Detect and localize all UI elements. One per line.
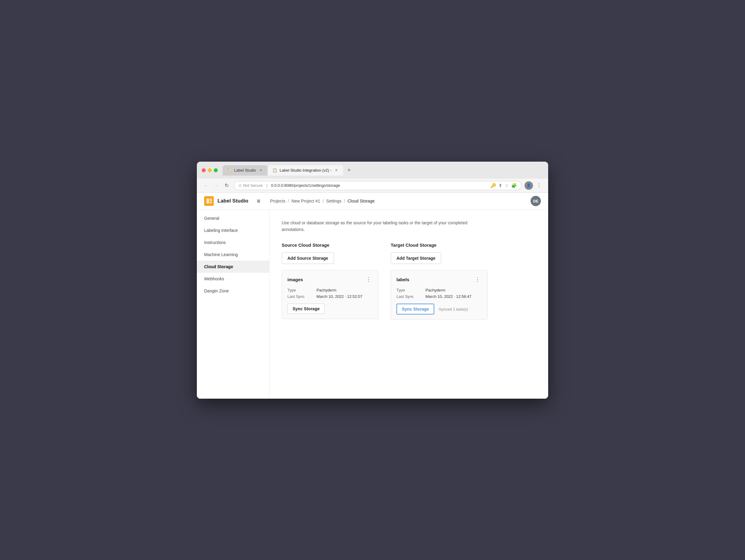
user-avatar-button[interactable]: DE (530, 196, 541, 206)
target-type-label: Type (396, 288, 421, 292)
browser-window: 🏷️ Label Studio ✕ 📋 Label Studio Integra… (197, 162, 548, 399)
key-icon: 🔑 (490, 183, 496, 188)
app-content: Label Studio ≡ Projects / New Project #1… (197, 193, 548, 399)
hamburger-menu-button[interactable]: ≡ (257, 198, 260, 205)
target-sync-area: Sync Storage Synced 1 task(s) (396, 304, 482, 315)
browser-tab-1[interactable]: 🏷️ Label Studio ✕ (223, 165, 267, 175)
avatar-button[interactable]: 👤 (524, 181, 533, 190)
source-storage-section: Source Cloud Storage Add Source Storage … (282, 242, 379, 320)
target-section-title: Target Cloud Storage (391, 242, 488, 248)
synced-status-text: Synced 1 task(s) (439, 307, 468, 311)
target-storage-card: labels ⋮ Type Pachyderm Last Sy (391, 270, 488, 320)
source-sync-button[interactable]: Sync Storage (287, 304, 325, 314)
not-secure-label: ⚠ Not Secure (238, 183, 263, 188)
sidebar: General Labeling Interface Instructions … (197, 210, 269, 399)
source-last-sync-value: March 10, 2022 · 12:52:07 (317, 294, 362, 299)
app-top-bar: Label Studio ≡ Projects / New Project #1… (197, 193, 548, 210)
close-window-button[interactable] (202, 168, 206, 172)
minimize-window-button[interactable] (208, 168, 212, 172)
tab1-label: Label Studio (234, 168, 256, 172)
traffic-lights (202, 168, 218, 172)
breadcrumb-projects[interactable]: Projects (270, 199, 286, 203)
target-sync-button[interactable]: Sync Storage (396, 304, 434, 315)
sidebar-item-danger-zone[interactable]: Danger Zone (197, 285, 269, 297)
sidebar-item-webhooks[interactable]: Webhooks (197, 273, 269, 285)
target-type-value: Pachyderm (425, 288, 446, 292)
back-button[interactable]: ← (202, 181, 210, 190)
app-logo-area: Label Studio ≡ (204, 196, 260, 206)
tab1-icon: 🏷️ (227, 168, 232, 173)
breadcrumb-current: Cloud Storage (347, 199, 375, 203)
share-icon: ⬆ (498, 183, 503, 188)
add-target-storage-button[interactable]: Add Target Storage (391, 253, 441, 264)
storage-sections: Source Cloud Storage Add Source Storage … (282, 242, 536, 320)
extensions-icon: 🧩 (511, 183, 517, 188)
target-card-more-button[interactable]: ⋮ (473, 275, 482, 284)
browser-tab-2[interactable]: 📋 Label Studio Integration (v2) - ✕ (268, 165, 343, 175)
tab2-label: Label Studio Integration (v2) - (280, 168, 331, 172)
source-last-sync-label: Last Sync (287, 294, 312, 299)
new-tab-button[interactable]: + (345, 166, 353, 175)
add-source-storage-button[interactable]: Add Source Storage (282, 253, 334, 264)
target-card-name: labels (396, 277, 410, 282)
breadcrumb-project[interactable]: New Project #1 (291, 199, 320, 203)
browser-actions: 👤 ⋮ (524, 181, 543, 190)
address-input[interactable]: ⚠ Not Secure | 0.0.0.0:8080/projects/1/s… (234, 181, 521, 190)
source-type-label: Type (287, 288, 312, 292)
address-text: 0.0.0.0:8080/projects/1/settings/storage (271, 183, 488, 188)
breadcrumb: Projects / New Project #1 / Settings / C… (260, 199, 530, 203)
tab2-close-button[interactable]: ✕ (334, 168, 339, 173)
refresh-button[interactable]: ↻ (222, 181, 231, 190)
target-last-sync-label: Last Sync (396, 294, 421, 299)
source-card-name: images (287, 277, 303, 282)
source-storage-info: Type Pachyderm Last Sync March 10, 2022 … (287, 288, 373, 299)
sidebar-item-cloud-storage[interactable]: Cloud Storage (197, 261, 269, 273)
target-card-header: labels ⋮ (396, 275, 482, 284)
sidebar-item-machine-learning[interactable]: Machine Learning (197, 249, 269, 261)
target-storage-info: Type Pachyderm Last Sync March 10, 2022 … (396, 288, 482, 299)
main-content: Use cloud or database storage as the sou… (269, 210, 548, 399)
more-options-button[interactable]: ⋮ (535, 181, 543, 190)
address-bar: ← → ↻ ⚠ Not Secure | 0.0.0.0:8080/projec… (197, 178, 548, 193)
source-type-value: Pachyderm (317, 288, 336, 292)
app-logo-icon (204, 196, 214, 206)
browser-tabs: 🏷️ Label Studio ✕ 📋 Label Studio Integra… (223, 165, 543, 175)
nav-buttons: ← → ↻ (202, 181, 231, 190)
app-logo-text: Label Studio (218, 198, 248, 204)
source-section-title: Source Cloud Storage (282, 242, 379, 248)
star-icon: ☆ (505, 183, 509, 188)
page-description: Use cloud or database storage as the sou… (282, 220, 476, 233)
main-layout: General Labeling Interface Instructions … (197, 210, 548, 399)
source-card-header: images ⋮ (287, 275, 373, 284)
sidebar-item-instructions[interactable]: Instructions (197, 236, 269, 249)
target-type-row: Type Pachyderm (396, 288, 482, 292)
target-last-sync-row: Last Sync March 10, 2022 · 12:56:47 (396, 294, 482, 299)
profile-avatar: 👤 (524, 181, 533, 190)
target-storage-section: Target Cloud Storage Add Target Storage … (391, 242, 488, 320)
source-sync-area: Sync Storage (287, 304, 373, 314)
address-icons: 🔑 ⬆ ☆ 🧩 (490, 183, 517, 188)
source-card-more-button[interactable]: ⋮ (364, 275, 373, 284)
forward-button[interactable]: → (212, 181, 221, 190)
source-type-row: Type Pachyderm (287, 288, 373, 292)
tab2-icon: 📋 (272, 168, 277, 173)
title-bar: 🏷️ Label Studio ✕ 📋 Label Studio Integra… (197, 162, 548, 178)
tab1-close-button[interactable]: ✕ (258, 168, 263, 173)
source-last-sync-row: Last Sync March 10, 2022 · 12:52:07 (287, 294, 373, 299)
breadcrumb-settings[interactable]: Settings (326, 199, 342, 203)
sidebar-item-general[interactable]: General (197, 212, 269, 224)
source-storage-card: images ⋮ Type Pachyderm Last Sy (282, 270, 379, 319)
sidebar-item-labeling-interface[interactable]: Labeling Interface (197, 224, 269, 236)
maximize-window-button[interactable] (214, 168, 218, 172)
target-last-sync-value: March 10, 2022 · 12:56:47 (425, 294, 472, 299)
